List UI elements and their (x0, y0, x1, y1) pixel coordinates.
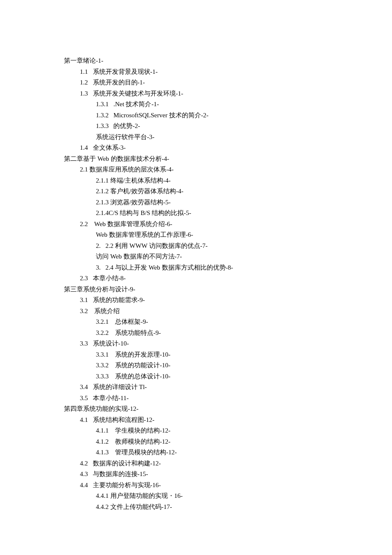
toc-entry: Web 数据库管理系统的工作原理-6- (64, 230, 332, 241)
toc-entry: 系统运行软件平台-3- (64, 132, 332, 143)
toc-entry: 1.3.3 的优势-2- (64, 121, 332, 132)
toc-entry: 3.5 本章小结-11- (64, 393, 332, 404)
toc-entry: 3.3 系统设计-10- (64, 338, 332, 349)
toc-entry: 3.2 系统介绍 (64, 306, 332, 317)
toc-entry: 4.4 主要功能分析与实现-16- (64, 480, 332, 491)
toc-entry: 第四章系统功能的实现-12- (64, 404, 332, 415)
toc-entry: 2. 2.2 利用 WWW 访问数据库的优点-7- (64, 241, 332, 252)
toc-entry: 2.1.3 浏览器/效劳器结构-5- (64, 197, 332, 208)
toc-entry: 访问 Web 数据库的不同方法-7- (64, 251, 332, 262)
toc-entry: 3.2.2 系统功能特点-9- (64, 328, 332, 339)
toc-entry: 1.2 系统开发的目的-1- (64, 77, 332, 88)
toc-entry: 1.3.2 MicrosoftSQLServer 技术的简介-2- (64, 110, 332, 121)
toc-entry: 2.1 数据库应用系统的层次体系-4- (64, 164, 332, 175)
toc-entry: 第二章基于 Web 的数据库技术分析-4- (64, 154, 332, 165)
toc-entry: 2.1.2 客户机/效劳器体系结构-4- (64, 186, 332, 197)
toc-entry: 2.2 Web 数据库管理系统介绍-6- (64, 219, 332, 230)
toc-entry: 1.3.1 .Net 技术简介-1- (64, 99, 332, 110)
table-of-contents: 第一章绪论-1-1.1 系统开发背景及现状-1-1.2 系统开发的目的-1-1.… (64, 55, 332, 512)
toc-entry: 1.3 系统开发关键技术与开发环境-1- (64, 88, 332, 99)
toc-entry: 1.4 全文体系-3- (64, 142, 332, 154)
toc-entry: 2.1.1 终端/主机体系结构-4- (64, 175, 332, 186)
toc-entry: 3.1 系统的功能需求-9- (64, 295, 332, 306)
toc-entry: 3. 2.4 与以上开发 Web 数据库方式相比的优势-8- (64, 262, 332, 273)
toc-entry: 4.3 与数据库的连接-15- (64, 469, 332, 480)
toc-entry: 4.4.1 用户登陆功能的实现・16- (64, 491, 332, 502)
toc-entry: 3.2.1 总体框架-9- (64, 317, 332, 328)
toc-entry: 2.1.4C/S 结构与 B/S 结构的比拟-5- (64, 208, 332, 219)
toc-entry: 3.3.3 系统的总体设计-10- (64, 371, 332, 382)
toc-entry: 4.2 数据库的设计和构建-12- (64, 458, 332, 469)
toc-entry: 4.1.1 学生模块的结构-12- (64, 425, 332, 436)
toc-entry: 第一章绪论-1- (64, 55, 332, 67)
toc-entry: 2.3 本章小结-8- (64, 273, 332, 284)
toc-entry: 3.4 系统的详细设计 Tl- (64, 382, 332, 393)
toc-entry: 3.3.1 系统的开发原理-10- (64, 349, 332, 360)
toc-entry: 4.1.2 教师模块的结构-12- (64, 436, 332, 447)
toc-entry: 4.1 系统结构和流程图-12- (64, 415, 332, 426)
toc-entry: 1.1 系统开发背景及现状-1- (64, 67, 332, 78)
toc-entry: 4.4.2 文件上传功能代码-17- (64, 502, 332, 513)
toc-entry: 第三章系统分析与设计-9- (64, 284, 332, 295)
toc-page: 第一章绪论-1-1.1 系统开发背景及现状-1-1.2 系统开发的目的-1-1.… (0, 0, 392, 555)
toc-entry: 4.1.3 管理员模块的结构-12- (64, 447, 332, 458)
toc-entry: 3.3.2 系统的功能设计-10- (64, 360, 332, 371)
